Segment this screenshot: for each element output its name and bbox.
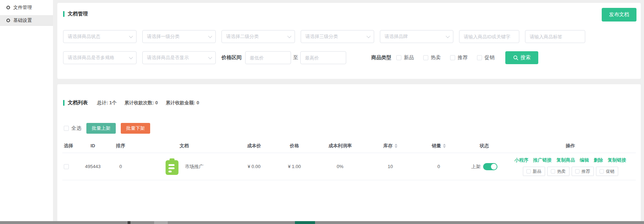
- col-header-status: 状态: [464, 143, 505, 149]
- stock-sort-control[interactable]: [395, 144, 397, 148]
- row-tag-hot[interactable]: 热卖: [547, 167, 569, 176]
- bottom-scrollbar[interactable]: [0, 221, 644, 224]
- product-id-keyword-input[interactable]: [459, 30, 519, 43]
- batch-on-shelf-button[interactable]: 批量上架: [86, 123, 116, 134]
- checkbox[interactable]: [450, 55, 455, 60]
- type-checkbox-promo[interactable]: 促销: [477, 54, 495, 61]
- table-row: 495443 0 市场推广 ¥ 0.00 ¥ 1.00 0% 10 0 上架: [62, 153, 636, 180]
- batch-actions-row: 全选 批量上架 批量下架: [64, 123, 150, 134]
- select-placeholder: 请选择商品是否显示: [147, 54, 189, 61]
- clipboard-list-icon: [165, 158, 179, 175]
- copy-product-link[interactable]: 复制商品: [557, 157, 575, 163]
- sales-sort-control[interactable]: [443, 144, 446, 148]
- chevron-down-icon: [287, 34, 291, 38]
- select-category-level2[interactable]: 请选择二级分类: [221, 30, 295, 43]
- col-header-price: 价格: [276, 143, 313, 149]
- checkbox[interactable]: [526, 169, 531, 173]
- select-placeholder: 请选择二级分类: [226, 33, 259, 40]
- filter-row-2: 请选择商品是否多规格 请选择商品是否显示 价格区间 至 商品类型 新品 热卖 推…: [63, 51, 538, 64]
- col-header-stock: 库存: [367, 143, 414, 149]
- min-price-input[interactable]: [245, 51, 291, 64]
- max-price-input[interactable]: [300, 51, 346, 64]
- checkbox[interactable]: [575, 169, 579, 173]
- select-category-level1[interactable]: 请选择一级分类: [142, 30, 216, 43]
- copy-link-link[interactable]: 复制链接: [608, 157, 626, 163]
- chevron-down-icon: [129, 34, 133, 38]
- row-price: ¥ 1.00: [276, 164, 313, 169]
- product-type-label: 商品类型: [371, 54, 391, 61]
- tag-label: 推荐: [582, 168, 590, 175]
- circle-icon: [6, 6, 10, 9]
- col-header-doc: 文档: [136, 143, 233, 149]
- row-checkbox[interactable]: [64, 164, 69, 169]
- list-title: 文档列表: [68, 100, 88, 106]
- row-status-cell: 上架: [464, 163, 505, 170]
- checkbox[interactable]: [551, 169, 555, 173]
- caret-down-icon: [395, 146, 397, 148]
- type-checkbox-recommend[interactable]: 推荐: [450, 54, 468, 61]
- col-header-actions: 操作: [505, 143, 636, 149]
- select-multi-spec[interactable]: 请选择商品是否多规格: [63, 51, 137, 64]
- scrollbar-green-segment: [295, 221, 315, 224]
- list-header: 文档列表 总计: 1个 累计收款次数: 0 累计收款金额: 0: [63, 100, 199, 106]
- type-checkbox-hot[interactable]: 热卖: [423, 54, 441, 61]
- checkbox[interactable]: [396, 55, 401, 60]
- col-header-sort: 排序: [105, 143, 136, 149]
- row-tag-recommend[interactable]: 推荐: [572, 167, 594, 176]
- sidebar-item-file-management[interactable]: 文件管理: [0, 0, 53, 15]
- checkbox-label: 新品: [404, 54, 414, 61]
- row-select-cell: [62, 164, 80, 169]
- row-sales: 0: [414, 164, 464, 169]
- chevron-down-icon: [367, 34, 371, 38]
- mini-program-link[interactable]: 小程序: [515, 157, 529, 163]
- document-manage-panel: 文档管理 发布文档 请选择商品状态 请选择一级分类 请选择二级分类 请选择三级分…: [57, 3, 641, 79]
- select-visibility[interactable]: 请选择商品是否显示: [142, 51, 216, 64]
- row-cost-price: ¥ 0.00: [233, 164, 276, 169]
- select-all-checkbox[interactable]: [64, 126, 69, 131]
- action-links: 小程序 推广链接 复制商品 编辑 删除 复制链接: [515, 157, 626, 163]
- product-tag-input[interactable]: [525, 30, 585, 43]
- sidebar-item-label: 基础设置: [13, 17, 32, 24]
- stat-total: 总计: 1个: [97, 100, 116, 106]
- price-to-separator: 至: [293, 54, 298, 61]
- select-placeholder: 请选择三级分类: [305, 33, 338, 40]
- checkbox-label: 推荐: [458, 54, 468, 61]
- document-table: 选择 ID 排序 文档 成本价 价格 成本利润率 库存 销量 状态: [62, 139, 636, 180]
- row-doc-cell: 市场推广: [136, 158, 233, 175]
- delete-link[interactable]: 删除: [594, 157, 603, 163]
- price-range-label: 价格区间: [221, 54, 242, 61]
- checkbox-label: 促销: [485, 54, 495, 61]
- publish-document-button[interactable]: 发布文档: [602, 8, 636, 22]
- batch-off-shelf-button[interactable]: 批量下架: [121, 123, 150, 134]
- type-checkbox-new[interactable]: 新品: [396, 54, 414, 61]
- row-tag-promo[interactable]: 促销: [596, 167, 618, 176]
- select-placeholder: 请选择商品是否多规格: [68, 54, 114, 61]
- checkbox-label: 热卖: [431, 54, 441, 61]
- table-header-row: 选择 ID 排序 文档 成本价 价格 成本利润率 库存 销量 状态: [62, 139, 636, 153]
- sidebar-item-label: 文件管理: [13, 4, 32, 11]
- checkbox[interactable]: [600, 169, 604, 173]
- select-brand[interactable]: 请选择品牌: [380, 30, 453, 43]
- sidebar-item-basic-settings[interactable]: 基础设置: [0, 15, 53, 26]
- list-stats: 总计: 1个 累计收款次数: 0 累计收款金额: 0: [97, 100, 199, 106]
- select-placeholder: 请选择商品状态: [68, 33, 100, 40]
- status-toggle[interactable]: [483, 163, 497, 170]
- checkbox[interactable]: [423, 55, 428, 60]
- select-product-status[interactable]: 请选择商品状态: [63, 30, 137, 43]
- search-button[interactable]: 搜索: [505, 51, 538, 64]
- row-tag-new[interactable]: 新品: [523, 167, 545, 176]
- tag-label: 新品: [533, 168, 542, 175]
- circle-icon: [6, 19, 10, 22]
- document-list-panel: 文档列表 总计: 1个 累计收款次数: 0 累计收款金额: 0 全选 批量上架 …: [57, 84, 641, 221]
- select-all-label: 全选: [71, 125, 81, 132]
- edit-link[interactable]: 编辑: [580, 157, 589, 163]
- caret-down-icon: [443, 146, 446, 148]
- chevron-down-icon: [208, 34, 212, 38]
- select-category-level3[interactable]: 请选择三级分类: [301, 30, 374, 43]
- checkbox[interactable]: [477, 55, 482, 60]
- col-header-cost-price: 成本价: [233, 143, 276, 149]
- col-header-id: ID: [80, 143, 105, 148]
- promo-link-link[interactable]: 推广链接: [533, 157, 552, 163]
- row-tag-checkboxes: 新品 热卖 推荐 促销: [523, 167, 618, 176]
- title-accent-bar: [63, 100, 65, 106]
